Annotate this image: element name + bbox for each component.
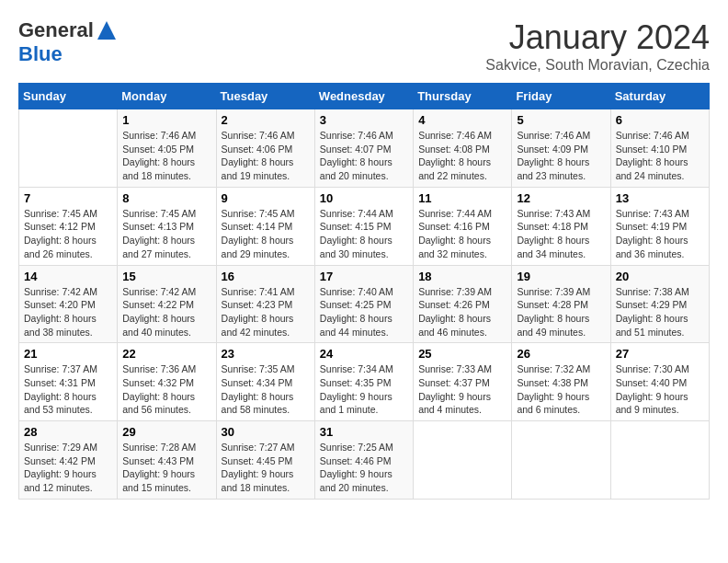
calendar-cell: 11Sunrise: 7:44 AMSunset: 4:16 PMDayligh… (414, 187, 512, 265)
day-number: 15 (122, 270, 210, 283)
day-detail: Sunrise: 7:39 AMSunset: 4:28 PMDaylight:… (517, 285, 605, 339)
day-number: 19 (517, 270, 605, 283)
day-number: 17 (320, 270, 408, 283)
day-number: 14 (24, 270, 112, 283)
day-detail: Sunrise: 7:36 AMSunset: 4:32 PMDaylight:… (122, 362, 210, 417)
day-number: 31 (320, 425, 408, 439)
weekday-header-cell: Wednesday (314, 84, 413, 109)
day-detail: Sunrise: 7:43 AMSunset: 4:19 PMDaylight:… (616, 207, 704, 261)
calendar-cell: 17Sunrise: 7:40 AMSunset: 4:25 PMDayligh… (314, 265, 413, 343)
day-detail: Sunrise: 7:44 AMSunset: 4:15 PMDaylight:… (320, 207, 408, 261)
calendar-cell: 6Sunrise: 7:46 AMSunset: 4:10 PMDaylight… (610, 109, 709, 188)
weekday-header-cell: Thursday (414, 84, 512, 109)
calendar-cell: 25Sunrise: 7:33 AMSunset: 4:37 PMDayligh… (414, 343, 512, 421)
day-detail: Sunrise: 7:33 AMSunset: 4:37 PMDaylight:… (418, 362, 506, 417)
calendar-cell: 28Sunrise: 7:29 AMSunset: 4:42 PMDayligh… (19, 421, 118, 500)
calendar-cell (512, 421, 610, 500)
day-detail: Sunrise: 7:46 AMSunset: 4:10 PMDaylight:… (616, 129, 704, 183)
day-number: 11 (418, 191, 506, 205)
day-number: 21 (24, 347, 112, 361)
day-detail: Sunrise: 7:28 AMSunset: 4:43 PMDaylight:… (122, 441, 210, 495)
logo-general: General (18, 18, 94, 42)
calendar-cell: 30Sunrise: 7:27 AMSunset: 4:45 PMDayligh… (216, 421, 314, 500)
page-header: General Blue January 2024 Sakvice, South… (18, 18, 710, 74)
calendar-cell: 27Sunrise: 7:30 AMSunset: 4:40 PMDayligh… (610, 343, 709, 421)
weekday-header-cell: Monday (118, 84, 216, 109)
calendar-cell (414, 421, 512, 500)
day-number: 7 (24, 191, 112, 205)
day-detail: Sunrise: 7:42 AMSunset: 4:22 PMDaylight:… (122, 285, 210, 339)
calendar-cell: 14Sunrise: 7:42 AMSunset: 4:20 PMDayligh… (19, 265, 118, 343)
day-number: 20 (616, 270, 704, 283)
day-detail: Sunrise: 7:46 AMSunset: 4:08 PMDaylight:… (418, 129, 506, 183)
calendar-cell: 1Sunrise: 7:46 AMSunset: 4:05 PMDaylight… (118, 109, 216, 188)
day-detail: Sunrise: 7:46 AMSunset: 4:09 PMDaylight:… (517, 129, 605, 183)
day-number: 2 (222, 113, 310, 127)
calendar-cell: 31Sunrise: 7:25 AMSunset: 4:46 PMDayligh… (314, 421, 413, 500)
day-number: 24 (320, 347, 408, 361)
day-detail: Sunrise: 7:46 AMSunset: 4:05 PMDaylight:… (122, 129, 210, 183)
day-number: 29 (122, 425, 210, 439)
day-detail: Sunrise: 7:45 AMSunset: 4:14 PMDaylight:… (222, 207, 310, 261)
calendar-cell: 9Sunrise: 7:45 AMSunset: 4:14 PMDaylight… (216, 187, 314, 265)
day-number: 28 (24, 425, 112, 439)
weekday-header-cell: Tuesday (216, 84, 314, 109)
calendar-week-row: 28Sunrise: 7:29 AMSunset: 4:42 PMDayligh… (19, 421, 710, 500)
calendar-cell: 12Sunrise: 7:43 AMSunset: 4:18 PMDayligh… (512, 187, 610, 265)
subtitle: Sakvice, South Moravian, Czechia (485, 57, 710, 74)
calendar-cell: 19Sunrise: 7:39 AMSunset: 4:28 PMDayligh… (512, 265, 610, 343)
day-detail: Sunrise: 7:37 AMSunset: 4:31 PMDaylight:… (24, 362, 112, 417)
day-detail: Sunrise: 7:46 AMSunset: 4:07 PMDaylight:… (320, 129, 408, 183)
calendar-cell (610, 421, 709, 500)
calendar-week-row: 21Sunrise: 7:37 AMSunset: 4:31 PMDayligh… (19, 343, 710, 421)
day-detail: Sunrise: 7:29 AMSunset: 4:42 PMDaylight:… (24, 441, 112, 495)
day-detail: Sunrise: 7:38 AMSunset: 4:29 PMDaylight:… (616, 285, 704, 339)
weekday-header-row: SundayMondayTuesdayWednesdayThursdayFrid… (19, 84, 710, 109)
calendar-cell: 4Sunrise: 7:46 AMSunset: 4:08 PMDaylight… (414, 109, 512, 188)
calendar-cell: 7Sunrise: 7:45 AMSunset: 4:12 PMDaylight… (19, 187, 118, 265)
day-number: 6 (616, 113, 704, 127)
day-number: 5 (517, 113, 605, 127)
calendar-week-row: 7Sunrise: 7:45 AMSunset: 4:12 PMDaylight… (19, 187, 710, 265)
day-number: 10 (320, 191, 408, 205)
day-number: 26 (517, 347, 605, 361)
calendar-table: SundayMondayTuesdayWednesdayThursdayFrid… (18, 83, 710, 500)
logo: General Blue (18, 18, 116, 66)
calendar-cell: 20Sunrise: 7:38 AMSunset: 4:29 PMDayligh… (610, 265, 709, 343)
calendar-week-row: 14Sunrise: 7:42 AMSunset: 4:20 PMDayligh… (19, 265, 710, 343)
calendar-cell: 29Sunrise: 7:28 AMSunset: 4:43 PMDayligh… (118, 421, 216, 500)
day-number: 23 (222, 347, 310, 361)
weekday-header-cell: Saturday (610, 84, 709, 109)
day-number: 1 (122, 113, 210, 127)
calendar-week-row: 1Sunrise: 7:46 AMSunset: 4:05 PMDaylight… (19, 109, 710, 188)
title-block: January 2024 Sakvice, South Moravian, Cz… (485, 18, 710, 74)
calendar-cell: 2Sunrise: 7:46 AMSunset: 4:06 PMDaylight… (216, 109, 314, 188)
main-title: January 2024 (485, 18, 710, 57)
day-detail: Sunrise: 7:40 AMSunset: 4:25 PMDaylight:… (320, 285, 408, 339)
weekday-header-cell: Friday (512, 84, 610, 109)
day-number: 25 (418, 347, 506, 361)
day-detail: Sunrise: 7:27 AMSunset: 4:45 PMDaylight:… (222, 441, 310, 495)
day-number: 12 (517, 191, 605, 205)
calendar-cell: 13Sunrise: 7:43 AMSunset: 4:19 PMDayligh… (610, 187, 709, 265)
day-detail: Sunrise: 7:44 AMSunset: 4:16 PMDaylight:… (418, 207, 506, 261)
calendar-cell: 8Sunrise: 7:45 AMSunset: 4:13 PMDaylight… (118, 187, 216, 265)
calendar-cell: 18Sunrise: 7:39 AMSunset: 4:26 PMDayligh… (414, 265, 512, 343)
day-number: 9 (222, 191, 310, 205)
calendar-cell: 21Sunrise: 7:37 AMSunset: 4:31 PMDayligh… (19, 343, 118, 421)
day-number: 22 (122, 347, 210, 361)
logo-blue: Blue (18, 42, 116, 66)
day-detail: Sunrise: 7:46 AMSunset: 4:06 PMDaylight:… (222, 129, 310, 183)
day-detail: Sunrise: 7:35 AMSunset: 4:34 PMDaylight:… (222, 362, 310, 417)
day-detail: Sunrise: 7:34 AMSunset: 4:35 PMDaylight:… (320, 362, 408, 417)
calendar-cell: 23Sunrise: 7:35 AMSunset: 4:34 PMDayligh… (216, 343, 314, 421)
day-number: 18 (418, 270, 506, 283)
logo-icon (97, 21, 116, 40)
day-number: 16 (222, 270, 310, 283)
day-number: 4 (418, 113, 506, 127)
day-number: 13 (616, 191, 704, 205)
calendar-cell: 3Sunrise: 7:46 AMSunset: 4:07 PMDaylight… (314, 109, 413, 188)
day-detail: Sunrise: 7:25 AMSunset: 4:46 PMDaylight:… (320, 441, 408, 495)
day-detail: Sunrise: 7:42 AMSunset: 4:20 PMDaylight:… (24, 285, 112, 339)
day-number: 3 (320, 113, 408, 127)
